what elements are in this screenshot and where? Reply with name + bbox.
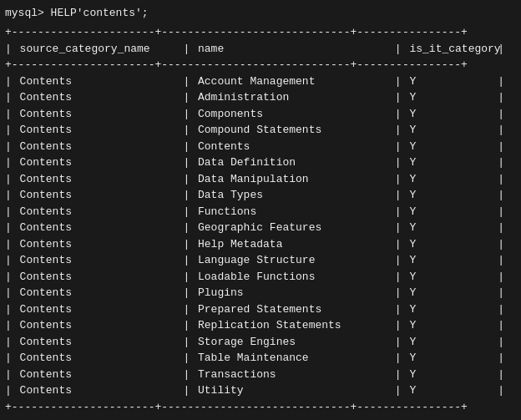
- pipe: |: [388, 382, 407, 399]
- cell-is-cat: Y: [407, 187, 491, 204]
- pipe: |: [177, 317, 196, 334]
- pipe: |: [491, 204, 504, 220]
- cell-source: Contents: [18, 106, 177, 123]
- cell-is-cat: Y: [407, 252, 491, 269]
- cell-name: Account Management: [196, 73, 388, 90]
- pipe: |: [177, 301, 196, 318]
- cell-is-cat: Y: [407, 301, 491, 318]
- cell-source: Contents: [18, 252, 177, 269]
- pipe: |: [491, 154, 504, 171]
- pipe: |: [177, 106, 196, 123]
- table-row: | Contents | Loadable Functions | Y |: [5, 269, 516, 286]
- cell-source: Contents: [18, 285, 177, 301]
- pipe: |: [491, 139, 504, 155]
- table-row: | Contents | Help Metadata | Y |: [5, 236, 516, 253]
- cell-is-cat: Y: [407, 171, 491, 188]
- table-row: | Contents | Prepared Statements | Y |: [5, 301, 516, 318]
- results-table: +----------------------+----------------…: [5, 24, 516, 415]
- table-row: | Contents | Account Management | Y |: [5, 73, 516, 90]
- cell-name: Help Metadata: [196, 236, 388, 253]
- pipe: |: [388, 269, 407, 286]
- pipe: |: [491, 334, 504, 351]
- cell-is-cat: Y: [407, 89, 491, 106]
- cell-source: Contents: [18, 317, 177, 334]
- pipe: |: [5, 382, 18, 399]
- table-row: | Contents | Contents | Y |: [5, 139, 516, 155]
- table-row: | Contents | Components | Y |: [5, 106, 516, 123]
- cell-source: Contents: [18, 334, 177, 351]
- cell-source: Contents: [18, 187, 177, 204]
- cell-name: Prepared Statements: [196, 301, 388, 318]
- pipe: |: [177, 154, 196, 171]
- pipe: |: [491, 236, 504, 253]
- pipe: |: [5, 334, 18, 351]
- pipe: |: [388, 41, 407, 58]
- pipe: |: [177, 334, 196, 351]
- pipe: |: [5, 350, 18, 367]
- separator-top: +----------------------+----------------…: [5, 24, 516, 41]
- cell-name: Compound Statements: [196, 122, 388, 139]
- pipe: |: [177, 41, 196, 58]
- terminal-window: mysql> HELP'contents'; +----------------…: [5, 7, 516, 420]
- cell-name: Storage Engines: [196, 334, 388, 351]
- pipe: |: [177, 220, 196, 236]
- cell-is-cat: Y: [407, 73, 491, 90]
- pipe: |: [491, 106, 504, 123]
- cell-source: Contents: [18, 236, 177, 253]
- pipe: |: [491, 122, 504, 139]
- cell-name: Components: [196, 106, 388, 123]
- pipe: |: [177, 73, 196, 90]
- header-col1: source_category_name: [18, 41, 177, 58]
- table-row: | Contents | Table Maintenance | Y |: [5, 350, 516, 367]
- pipe: |: [177, 204, 196, 220]
- cell-is-cat: Y: [407, 139, 491, 155]
- pipe: |: [177, 367, 196, 383]
- table-body: | Contents | Account Management | Y || C…: [5, 73, 516, 399]
- cell-name: Transactions: [196, 367, 388, 383]
- table-row: | Contents | Transactions | Y |: [5, 367, 516, 383]
- cell-name: Loadable Functions: [196, 269, 388, 286]
- pipe: |: [5, 220, 18, 236]
- cell-source: Contents: [18, 301, 177, 318]
- table-row: | Contents | Functions | Y |: [5, 204, 516, 220]
- pipe: |: [491, 41, 504, 58]
- cell-source: Contents: [18, 122, 177, 139]
- pipe: |: [491, 171, 504, 188]
- header-col3: is_it_category: [407, 41, 491, 58]
- pipe: |: [5, 236, 18, 253]
- cell-is-cat: Y: [407, 122, 491, 139]
- pipe: |: [491, 220, 504, 236]
- pipe: |: [388, 301, 407, 318]
- pipe: |: [388, 106, 407, 123]
- pipe: |: [177, 139, 196, 155]
- cell-source: Contents: [18, 73, 177, 90]
- cell-source: Contents: [18, 204, 177, 220]
- pipe: |: [388, 285, 407, 301]
- pipe: |: [388, 73, 407, 90]
- table-row: | Contents | Language Structure | Y |: [5, 252, 516, 269]
- pipe: |: [388, 122, 407, 139]
- pipe: |: [491, 252, 504, 269]
- pipe: |: [491, 382, 504, 399]
- pipe: |: [5, 285, 18, 301]
- table-row: | Contents | Plugins | Y |: [5, 285, 516, 301]
- cell-source: Contents: [18, 89, 177, 106]
- pipe: |: [491, 269, 504, 286]
- cell-is-cat: Y: [407, 204, 491, 220]
- header-col2: name: [196, 41, 388, 58]
- pipe: |: [5, 154, 18, 171]
- cell-is-cat: Y: [407, 367, 491, 383]
- pipe: |: [5, 317, 18, 334]
- pipe: |: [388, 139, 407, 155]
- pipe: |: [5, 204, 18, 220]
- cell-is-cat: Y: [407, 154, 491, 171]
- pipe: |: [177, 382, 196, 399]
- table-row: | Contents | Storage Engines | Y |: [5, 334, 516, 351]
- pipe: |: [491, 285, 504, 301]
- pipe: |: [177, 252, 196, 269]
- pipe: |: [388, 334, 407, 351]
- pipe: |: [177, 187, 196, 204]
- table-row: | Contents | Data Definition | Y |: [5, 154, 516, 171]
- pipe: |: [491, 301, 504, 318]
- pipe: |: [5, 269, 18, 286]
